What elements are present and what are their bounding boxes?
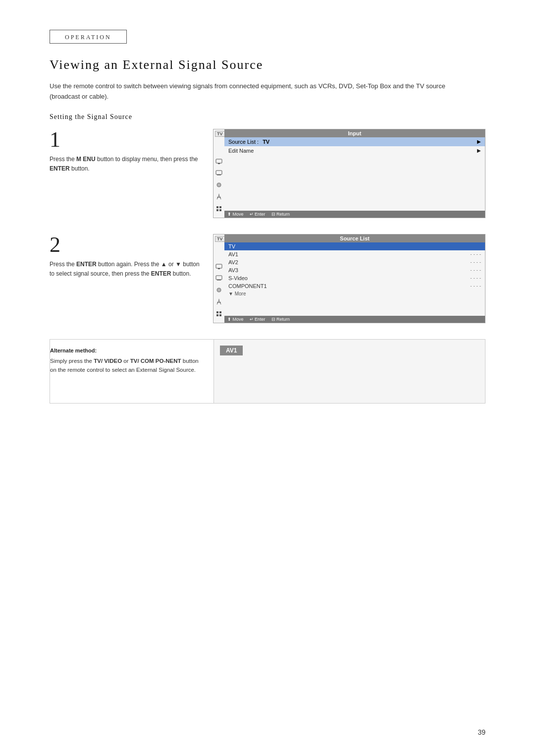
source-av2-dots: - - - - (470, 259, 481, 265)
tv-label-1: TV (215, 131, 225, 137)
icon-antenna-2 (215, 298, 223, 306)
source-av1-dots: - - - - (470, 251, 481, 257)
source-av1-label: AV1 (228, 251, 238, 257)
section-heading: Setting the Signal Source (50, 113, 485, 121)
step-2-screen: TV (213, 234, 485, 323)
av1-badge: AV1 (220, 346, 243, 355)
svg-rect-11 (219, 206, 221, 208)
svg-point-18 (217, 288, 221, 292)
step-2-left: 2 Press the ENTER button again. Press th… (50, 234, 213, 323)
source-tv-label: TV (228, 243, 235, 249)
source-list-value: TV (263, 139, 269, 145)
menu-item-editname: Edit Name ▶ (224, 146, 485, 155)
icon-monitor-1 (215, 169, 223, 177)
edit-name-arrow: ▶ (477, 148, 481, 153)
page-title: Viewing an External Signal Source (50, 58, 485, 72)
page-container: Operation Viewing an External Signal Sou… (0, 0, 535, 756)
move-label-2: ⬆ Move (227, 317, 244, 322)
menu-panel-1: Input Source List : TV ▶ Edit Name ▶ ⬆ M… (224, 129, 485, 218)
enter-label-1: ↵ Enter (250, 212, 266, 217)
source-item-component1: COMPONENT1 - - - - (224, 282, 485, 290)
tv-icon-bar-1 (214, 143, 224, 213)
menu-key-label: M ENU (76, 156, 96, 163)
return-label-1: ⊟ Return (271, 212, 290, 217)
tv-component-key: TV/ COM PO-NENT (130, 358, 181, 364)
icon-tv-2 (215, 262, 223, 270)
step-1-number: 1 (50, 129, 203, 151)
enter-label-2: ↵ Enter (250, 317, 266, 322)
menu-item-source: Source List : TV ▶ (224, 137, 485, 146)
svg-rect-13 (219, 209, 221, 211)
source-av3-dots: - - - - (470, 267, 481, 273)
source-item-av3: AV3 - - - - (224, 266, 485, 274)
source-svideo-label: S-Video (228, 275, 248, 281)
alternate-screen: AV1 (214, 340, 485, 403)
icon-speaker-2 (215, 286, 223, 294)
icon-speaker-1 (215, 181, 223, 189)
icon-grid-2 (215, 310, 223, 318)
icon-monitor-2 (215, 274, 223, 282)
source-item-svideo: S-Video - - - - (224, 274, 485, 282)
svg-rect-15 (218, 268, 220, 269)
icon-antenna-1 (215, 193, 223, 201)
tv-video-key: TV/ VIDEO (94, 358, 122, 364)
operation-box: Operation (50, 30, 127, 44)
source-list-panel: Source List TV AV1 - - - - AV2 - - - - A… (224, 234, 485, 323)
page-number: 39 (478, 728, 485, 736)
svg-rect-1 (218, 163, 220, 164)
step-1-left: 1 Press the M ENU button to display menu… (50, 129, 213, 218)
svg-rect-16 (216, 276, 222, 280)
svg-rect-12 (216, 209, 218, 211)
source-item-tv: TV (224, 242, 485, 250)
menu-bottom-bar-1: ⬆ Move ↵ Enter ⊟ Return (224, 211, 485, 218)
step-1-row: 1 Press the M ENU button to display menu… (50, 129, 485, 218)
svg-rect-27 (219, 314, 221, 316)
step-1-desc: Press the M ENU button to display menu, … (50, 155, 203, 174)
svg-point-19 (218, 289, 220, 291)
svg-rect-3 (217, 174, 221, 175)
alternate-left: Alternate method: Simply press the TV/ V… (50, 340, 214, 403)
icon-grid-1 (215, 205, 223, 213)
source-av3-label: AV3 (228, 267, 238, 273)
more-row: ▼ More (224, 290, 485, 297)
svg-rect-26 (216, 314, 218, 316)
intro-text: Use the remote control to switch between… (50, 81, 456, 102)
step-2-row: 2 Press the ENTER button again. Press th… (50, 234, 485, 323)
svg-point-4 (217, 183, 221, 187)
svg-rect-0 (216, 159, 222, 163)
svg-rect-14 (216, 264, 222, 268)
source-list-title: Source List (224, 234, 485, 242)
edit-name-label: Edit Name (228, 148, 254, 154)
tv-icon-bar-2 (214, 248, 224, 318)
icon-tv-1 (215, 157, 223, 165)
svg-point-5 (218, 184, 220, 186)
source-av2-label: AV2 (228, 259, 238, 265)
step-2-number: 2 (50, 234, 203, 256)
svg-rect-24 (216, 311, 218, 313)
svg-rect-10 (216, 206, 218, 208)
svg-rect-2 (216, 171, 222, 174)
alternate-row: Alternate method: Simply press the TV/ V… (50, 339, 485, 404)
step-2-desc: Press the ENTER button again. Press the … (50, 260, 203, 280)
source-item-av1: AV1 - - - - (224, 250, 485, 258)
menu-bottom-bar-2: ⬆ Move ↵ Enter ⊟ Return (224, 316, 485, 323)
tv-label-2: TV (215, 236, 225, 242)
operation-label: Operation (65, 34, 111, 41)
svg-rect-25 (219, 311, 221, 313)
move-label-1: ⬆ Move (227, 212, 244, 217)
source-comp1-label: COMPONENT1 (228, 283, 267, 289)
source-list-arrow: ▶ (477, 139, 481, 144)
step-1-screen: TV (213, 129, 485, 218)
enter-key-label-3: ENTER (151, 270, 171, 277)
source-comp1-dots: - - - - (470, 283, 481, 289)
source-item-av2: AV2 - - - - (224, 258, 485, 266)
menu-title-1: Input (224, 129, 485, 137)
source-svideo-dots: - - - - (470, 275, 481, 281)
svg-rect-17 (217, 280, 221, 281)
return-label-2: ⊟ Return (271, 317, 290, 322)
alternate-method-text: Simply press the TV/ VIDEO or TV/ COM PO… (50, 356, 204, 375)
enter-key-label: ENTER (50, 165, 70, 172)
source-list-label: Source List : (228, 139, 259, 145)
enter-key-label-2: ENTER (76, 261, 97, 268)
alternate-method-label: Alternate method: (50, 348, 204, 353)
